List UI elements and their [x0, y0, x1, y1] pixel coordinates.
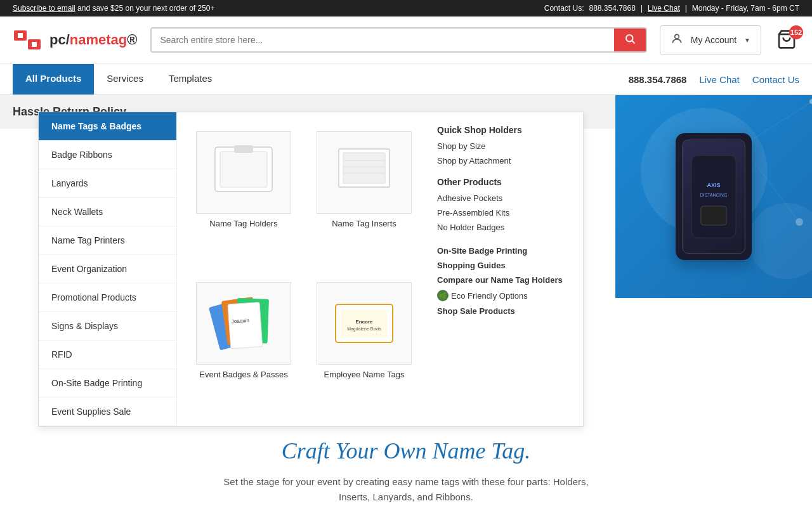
svg-line-31 — [742, 101, 812, 146]
svg-point-29 — [809, 99, 812, 104]
hero-product-inner: AXIS DISTANCING — [682, 140, 745, 254]
shop-sale-link[interactable]: Shop Sale Products — [437, 304, 564, 318]
svg-rect-10 — [234, 145, 253, 153]
live-chat-link[interactable]: Live Chat — [648, 4, 680, 13]
nav-item-templates[interactable]: Templates — [156, 64, 225, 94]
product-image-event-badges: Joaquin — [196, 282, 291, 365]
dropdown-content: Name Tag Holders Name Tag Inserts — [177, 112, 583, 426]
svg-rect-28 — [701, 206, 726, 225]
svg-text:DISTANCING: DISTANCING — [700, 193, 728, 197]
header: pc/nametag® My Account ▼ 152 — [0, 16, 812, 64]
product-card-name-tag-holders[interactable]: Name Tag Holders — [190, 125, 298, 263]
craft-subtitle: Set the stage for your event by creating… — [13, 474, 799, 505]
account-button[interactable]: My Account ▼ — [660, 25, 761, 55]
svg-text:Magdalene Bovis: Magdalene Bovis — [347, 327, 381, 332]
chevron-down-icon: ▼ — [744, 37, 750, 44]
other-products-title: Other Products — [437, 177, 564, 187]
divider: | — [641, 4, 643, 13]
hero-product: AXIS DISTANCING — [676, 133, 752, 260]
sidebar-item-neck-wallets[interactable]: Neck Wallets — [39, 198, 176, 226]
sidebar: Name Tags & Badges Badge Ribbons Lanyard… — [39, 112, 177, 426]
cart-badge: 152 — [789, 25, 803, 39]
contact-label: Contact Us: — [544, 4, 584, 13]
product-label-employee-name-tags: Employee Name Tags — [324, 370, 405, 379]
nav-left: All Products Services Templates — [13, 64, 225, 94]
svg-point-30 — [796, 218, 803, 226]
product-label-event-badges: Event Badges & Passes — [199, 370, 287, 379]
hours-text: Monday - Friday, 7am - 6pm CT — [692, 4, 799, 13]
sidebar-item-event-organization[interactable]: Event Organization — [39, 255, 176, 283]
nav-phone: 888.354.7868 — [629, 74, 687, 85]
logo-icon — [13, 24, 44, 56]
sidebar-item-event-supplies-sale[interactable]: Event Supplies Sale — [39, 398, 176, 426]
sidebar-item-onsite-badge-printing[interactable]: On-Site Badge Printing — [39, 369, 176, 398]
adhesive-pockets-link[interactable]: Adhesive Pockets — [437, 191, 564, 205]
top-bar-right: Contact Us: 888.354.7868 | Live Chat | M… — [544, 4, 799, 13]
hassle-text: Ha — [13, 105, 27, 118]
dropdown-menu: Name Tags & Badges Badge Ribbons Lanyard… — [38, 112, 584, 427]
product-card-event-badges[interactable]: Joaquin Event Badges & Passes — [190, 276, 298, 414]
svg-point-4 — [626, 35, 633, 42]
quick-shop-title: Quick Shop Holders — [437, 125, 564, 135]
search-bar — [150, 27, 648, 53]
nav-live-chat[interactable]: Live Chat — [699, 74, 739, 85]
dropdown-right-menu: Quick Shop Holders Shop by Size Shop by … — [431, 125, 570, 413]
nav-bar: All Products Services Templates 888.354.… — [0, 64, 812, 95]
search-input[interactable] — [152, 29, 615, 51]
craft-title: Craft Your Own Name Tag. — [13, 438, 799, 464]
top-phone: 888.354.7868 — [589, 4, 635, 13]
sidebar-item-badge-ribbons[interactable]: Badge Ribbons — [39, 141, 176, 169]
product-label-name-tag-inserts: Name Tag Inserts — [332, 219, 396, 228]
svg-line-5 — [632, 41, 634, 43]
shopping-guides-link[interactable]: Shopping Guides — [437, 258, 564, 273]
shop-by-attachment-link[interactable]: Shop by Attachment — [437, 153, 564, 168]
product-image-holder — [196, 131, 291, 214]
sidebar-item-lanyards[interactable]: Lanyards — [39, 169, 176, 198]
pre-assembled-kits-link[interactable]: Pre-Assembled Kits — [437, 205, 564, 220]
person-icon — [671, 32, 683, 48]
svg-point-6 — [675, 34, 679, 39]
svg-text:Encore: Encore — [355, 319, 373, 325]
promo-text: and save $25 on your next order of 250+ — [77, 4, 215, 13]
craft-section: Craft Your Own Name Tag. Set the stage f… — [0, 412, 812, 517]
account-label: My Account — [691, 35, 737, 45]
nav-contact-us[interactable]: Contact Us — [752, 74, 799, 85]
no-holder-badges-link[interactable]: No Holder Badges — [437, 220, 564, 235]
product-label-name-tag-holders: Name Tag Holders — [209, 219, 277, 228]
compare-holders-link[interactable]: Compare our Name Tag Holders — [437, 273, 564, 287]
sidebar-item-promotional-products[interactable]: Promotional Products — [39, 283, 176, 312]
top-bar-promo: Subscribe to email and save $25 on your … — [13, 4, 215, 13]
product-image-inserts — [317, 131, 412, 214]
eco-friendly-link[interactable]: 🌿 Eco Friendly Options — [437, 287, 564, 304]
nav-right: 888.354.7868 Live Chat Contact Us — [629, 74, 799, 85]
product-image-employee-tags: Encore Magdalene Bovis — [317, 282, 412, 365]
product-card-employee-name-tags[interactable]: Encore Magdalene Bovis Employee Name Tag… — [310, 276, 418, 414]
search-button[interactable] — [614, 29, 646, 51]
svg-rect-19 — [228, 302, 263, 348]
sidebar-item-signs-displays[interactable]: Signs & Displays — [39, 312, 176, 341]
top-bar: Subscribe to email and save $25 on your … — [0, 0, 812, 16]
nav-item-all-products[interactable]: All Products — [13, 64, 94, 94]
products-grid: Name Tag Holders Name Tag Inserts — [190, 125, 418, 413]
nav-item-services[interactable]: Services — [94, 64, 156, 94]
sidebar-item-name-tag-printers[interactable]: Name Tag Printers — [39, 226, 176, 255]
logo-text: pc/nametag® — [49, 32, 138, 48]
product-card-name-tag-inserts[interactable]: Name Tag Inserts — [310, 125, 418, 263]
shop-by-size-link[interactable]: Shop by Size — [437, 139, 564, 153]
svg-rect-3 — [32, 42, 37, 47]
hero-image: AXIS DISTANCING — [615, 95, 812, 298]
logo[interactable]: pc/nametag® — [13, 24, 138, 56]
svg-rect-9 — [220, 152, 267, 187]
sidebar-item-rfid[interactable]: RFID — [39, 341, 176, 369]
svg-rect-1 — [18, 33, 23, 38]
divider2: | — [685, 4, 687, 13]
onsite-badge-printing-link[interactable]: On-Site Badge Printing — [437, 244, 564, 258]
sidebar-item-name-tags[interactable]: Name Tags & Badges — [39, 112, 176, 141]
svg-rect-12 — [343, 153, 385, 183]
cart-button[interactable]: 152 — [774, 27, 799, 54]
svg-text:AXIS: AXIS — [707, 182, 720, 188]
eco-icon: 🌿 — [437, 290, 449, 301]
subscribe-link[interactable]: Subscribe to email — [13, 4, 75, 13]
